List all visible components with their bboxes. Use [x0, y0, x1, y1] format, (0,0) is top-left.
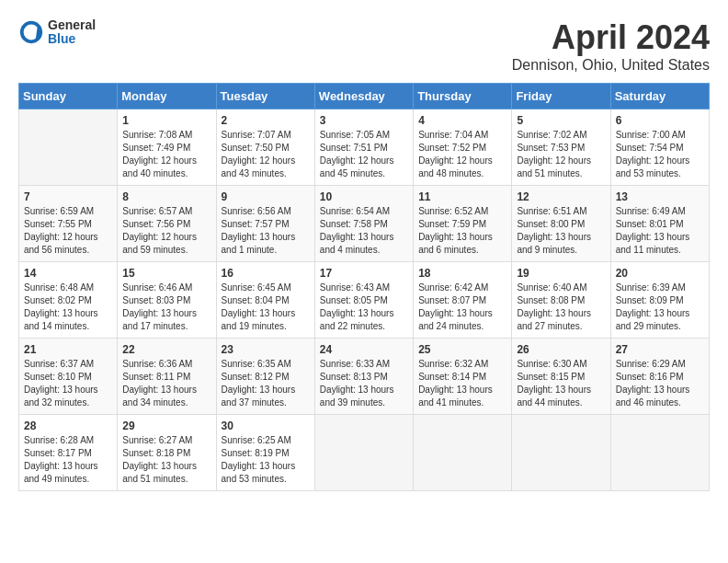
calendar-week: 14Sunrise: 6:48 AMSunset: 8:02 PMDayligh…: [19, 262, 710, 339]
logo-general: General: [48, 18, 96, 32]
calendar-cell: 29Sunrise: 6:27 AMSunset: 8:18 PMDayligh…: [118, 415, 216, 491]
day-number: 3: [320, 114, 408, 127]
calendar-week: 7Sunrise: 6:59 AMSunset: 7:55 PMDaylight…: [19, 186, 710, 262]
day-number: 1: [122, 114, 210, 127]
day-number: 19: [517, 267, 605, 280]
day-number: 10: [320, 190, 408, 203]
calendar-cell: 12Sunrise: 6:51 AMSunset: 8:00 PMDayligh…: [512, 186, 610, 262]
day-info: Sunrise: 6:43 AMSunset: 8:05 PMDaylight:…: [320, 282, 408, 333]
calendar-cell: 30Sunrise: 6:25 AMSunset: 8:19 PMDayligh…: [216, 415, 314, 491]
day-info: Sunrise: 6:39 AMSunset: 8:09 PMDaylight:…: [616, 282, 704, 333]
day-info: Sunrise: 7:07 AMSunset: 7:50 PMDaylight:…: [222, 129, 310, 180]
day-number: 11: [418, 190, 506, 203]
calendar-cell: 18Sunrise: 6:42 AMSunset: 8:07 PMDayligh…: [414, 262, 512, 339]
day-number: 7: [24, 190, 112, 203]
calendar-cell: 14Sunrise: 6:48 AMSunset: 8:02 PMDayligh…: [19, 262, 118, 339]
location: Dennison, Ohio, United States: [512, 57, 710, 74]
calendar-cell: 3Sunrise: 7:05 AMSunset: 7:51 PMDaylight…: [314, 109, 413, 186]
day-info: Sunrise: 6:46 AMSunset: 8:03 PMDaylight:…: [122, 282, 210, 333]
calendar-cell: 4Sunrise: 7:04 AMSunset: 7:52 PMDaylight…: [414, 109, 512, 186]
day-number: 8: [122, 190, 210, 203]
day-number: 12: [517, 190, 605, 203]
day-info: Sunrise: 6:40 AMSunset: 8:08 PMDaylight:…: [517, 282, 605, 333]
day-info: Sunrise: 7:04 AMSunset: 7:52 PMDaylight:…: [418, 129, 506, 180]
day-info: Sunrise: 6:54 AMSunset: 7:58 PMDaylight:…: [320, 205, 408, 257]
calendar-cell: [19, 109, 118, 186]
day-number: 2: [222, 114, 310, 127]
calendar-cell: 16Sunrise: 6:45 AMSunset: 8:04 PMDayligh…: [216, 262, 314, 339]
day-info: Sunrise: 6:37 AMSunset: 8:10 PMDaylight:…: [24, 358, 112, 409]
day-number: 26: [517, 343, 605, 356]
logo-text: General Blue: [48, 18, 96, 47]
calendar-week: 28Sunrise: 6:28 AMSunset: 8:17 PMDayligh…: [19, 415, 710, 491]
header-day: Thursday: [414, 84, 512, 109]
day-number: 13: [616, 190, 704, 203]
header-day: Tuesday: [216, 84, 314, 109]
header-day: Sunday: [19, 84, 118, 109]
calendar-week: 1Sunrise: 7:08 AMSunset: 7:49 PMDaylight…: [19, 109, 710, 186]
calendar-cell: [414, 415, 512, 491]
day-number: 23: [222, 343, 310, 356]
calendar-cell: 10Sunrise: 6:54 AMSunset: 7:58 PMDayligh…: [314, 186, 413, 262]
day-info: Sunrise: 6:51 AMSunset: 8:00 PMDaylight:…: [517, 205, 605, 257]
day-number: 5: [517, 114, 605, 127]
day-number: 21: [24, 343, 112, 356]
day-info: Sunrise: 6:48 AMSunset: 8:02 PMDaylight:…: [24, 282, 112, 333]
day-info: Sunrise: 6:25 AMSunset: 8:19 PMDaylight:…: [222, 434, 310, 486]
day-number: 16: [222, 267, 310, 280]
calendar-cell: 8Sunrise: 6:57 AMSunset: 7:56 PMDaylight…: [118, 186, 216, 262]
calendar-cell: 1Sunrise: 7:08 AMSunset: 7:49 PMDaylight…: [118, 109, 216, 186]
day-number: 9: [222, 190, 310, 203]
month-year: April 2024: [512, 18, 710, 57]
day-info: Sunrise: 6:57 AMSunset: 7:56 PMDaylight:…: [122, 205, 210, 257]
day-number: 27: [616, 343, 704, 356]
logo-icon: [18, 19, 44, 45]
calendar-cell: 26Sunrise: 6:30 AMSunset: 8:15 PMDayligh…: [512, 339, 610, 415]
day-number: 20: [616, 267, 704, 280]
day-info: Sunrise: 6:29 AMSunset: 8:16 PMDaylight:…: [616, 358, 704, 409]
day-number: 30: [222, 419, 310, 432]
day-number: 15: [122, 267, 210, 280]
day-number: 28: [24, 419, 112, 432]
day-info: Sunrise: 6:32 AMSunset: 8:14 PMDaylight:…: [418, 358, 506, 409]
calendar-cell: 17Sunrise: 6:43 AMSunset: 8:05 PMDayligh…: [314, 262, 413, 339]
day-info: Sunrise: 6:45 AMSunset: 8:04 PMDaylight:…: [222, 282, 310, 333]
calendar-cell: 6Sunrise: 7:00 AMSunset: 7:54 PMDaylight…: [610, 109, 709, 186]
title-block: April 2024 Dennison, Ohio, United States: [512, 18, 710, 74]
calendar-cell: 23Sunrise: 6:35 AMSunset: 8:12 PMDayligh…: [216, 339, 314, 415]
calendar-cell: 15Sunrise: 6:46 AMSunset: 8:03 PMDayligh…: [118, 262, 216, 339]
page-header: General Blue April 2024 Dennison, Ohio, …: [18, 18, 710, 74]
day-number: 24: [320, 343, 408, 356]
calendar-cell: 24Sunrise: 6:33 AMSunset: 8:13 PMDayligh…: [314, 339, 413, 415]
day-number: 25: [418, 343, 506, 356]
calendar-cell: 27Sunrise: 6:29 AMSunset: 8:16 PMDayligh…: [610, 339, 709, 415]
day-number: 17: [320, 267, 408, 280]
calendar-cell: 11Sunrise: 6:52 AMSunset: 7:59 PMDayligh…: [414, 186, 512, 262]
day-info: Sunrise: 6:52 AMSunset: 7:59 PMDaylight:…: [418, 205, 506, 257]
day-info: Sunrise: 6:49 AMSunset: 8:01 PMDaylight:…: [616, 205, 704, 257]
day-info: Sunrise: 6:56 AMSunset: 7:57 PMDaylight:…: [222, 205, 310, 257]
day-number: 18: [418, 267, 506, 280]
day-info: Sunrise: 7:00 AMSunset: 7:54 PMDaylight:…: [616, 129, 704, 180]
header-row: SundayMondayTuesdayWednesdayThursdayFrid…: [19, 84, 710, 109]
day-number: 22: [122, 343, 210, 356]
calendar-cell: 9Sunrise: 6:56 AMSunset: 7:57 PMDaylight…: [216, 186, 314, 262]
day-info: Sunrise: 6:35 AMSunset: 8:12 PMDaylight:…: [222, 358, 310, 409]
day-info: Sunrise: 6:59 AMSunset: 7:55 PMDaylight:…: [24, 205, 112, 257]
calendar-cell: 22Sunrise: 6:36 AMSunset: 8:11 PMDayligh…: [118, 339, 216, 415]
calendar-header: SundayMondayTuesdayWednesdayThursdayFrid…: [19, 84, 710, 109]
calendar-cell: 28Sunrise: 6:28 AMSunset: 8:17 PMDayligh…: [19, 415, 118, 491]
day-number: 29: [122, 419, 210, 432]
calendar-cell: 7Sunrise: 6:59 AMSunset: 7:55 PMDaylight…: [19, 186, 118, 262]
header-day: Monday: [118, 84, 216, 109]
calendar-cell: 2Sunrise: 7:07 AMSunset: 7:50 PMDaylight…: [216, 109, 314, 186]
calendar-cell: [512, 415, 610, 491]
day-number: 4: [418, 114, 506, 127]
calendar-cell: 20Sunrise: 6:39 AMSunset: 8:09 PMDayligh…: [610, 262, 709, 339]
calendar-table: SundayMondayTuesdayWednesdayThursdayFrid…: [18, 83, 710, 491]
day-info: Sunrise: 7:02 AMSunset: 7:53 PMDaylight:…: [517, 129, 605, 180]
day-info: Sunrise: 6:33 AMSunset: 8:13 PMDaylight:…: [320, 358, 408, 409]
day-number: 14: [24, 267, 112, 280]
calendar-cell: [314, 415, 413, 491]
day-number: 6: [616, 114, 704, 127]
